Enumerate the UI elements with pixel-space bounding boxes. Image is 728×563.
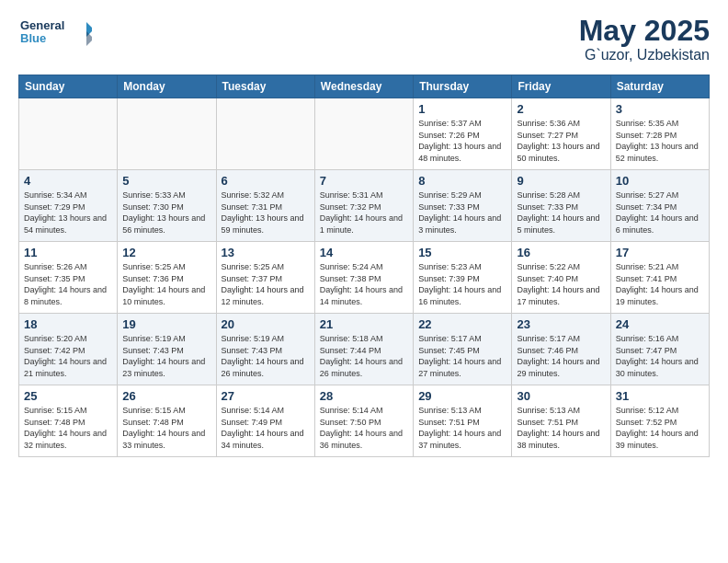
- day-cell-1-6: 10Sunrise: 5:27 AM Sunset: 7:34 PM Dayli…: [610, 170, 709, 242]
- day-cell-4-3: 28Sunrise: 5:14 AM Sunset: 7:50 PM Dayli…: [314, 385, 413, 457]
- header-sunday: Sunday: [19, 75, 118, 98]
- day-cell-4-6: 31Sunrise: 5:12 AM Sunset: 7:52 PM Dayli…: [610, 385, 709, 457]
- day-number: 22: [418, 317, 506, 331]
- day-cell-1-0: 4Sunrise: 5:34 AM Sunset: 7:29 PM Daylig…: [19, 170, 118, 242]
- day-info: Sunrise: 5:35 AM Sunset: 7:28 PM Dayligh…: [616, 118, 704, 164]
- day-info: Sunrise: 5:27 AM Sunset: 7:34 PM Dayligh…: [616, 190, 704, 236]
- day-cell-1-5: 9Sunrise: 5:28 AM Sunset: 7:33 PM Daylig…: [512, 170, 610, 242]
- day-info: Sunrise: 5:22 AM Sunset: 7:40 PM Dayligh…: [517, 261, 605, 307]
- day-info: Sunrise: 5:15 AM Sunset: 7:48 PM Dayligh…: [24, 405, 112, 451]
- day-number: 6: [222, 174, 310, 188]
- day-number: 11: [24, 246, 112, 259]
- week-row-1: 1Sunrise: 5:37 AM Sunset: 7:26 PM Daylig…: [19, 98, 710, 170]
- day-number: 29: [418, 389, 506, 403]
- header-thursday: Thursday: [414, 75, 512, 98]
- day-info: Sunrise: 5:25 AM Sunset: 7:37 PM Dayligh…: [222, 261, 310, 307]
- day-cell-1-3: 7Sunrise: 5:31 AM Sunset: 7:32 PM Daylig…: [314, 170, 413, 242]
- svg-text:General: General: [20, 18, 64, 32]
- day-number: 21: [320, 317, 408, 331]
- day-cell-2-0: 11Sunrise: 5:26 AM Sunset: 7:35 PM Dayli…: [19, 242, 118, 314]
- day-info: Sunrise: 5:28 AM Sunset: 7:33 PM Dayligh…: [517, 190, 605, 236]
- day-number: 8: [418, 174, 506, 188]
- day-info: Sunrise: 5:33 AM Sunset: 7:30 PM Dayligh…: [122, 190, 210, 236]
- day-info: Sunrise: 5:13 AM Sunset: 7:51 PM Dayligh…: [517, 405, 605, 451]
- day-cell-3-5: 23Sunrise: 5:17 AM Sunset: 7:46 PM Dayli…: [512, 314, 610, 385]
- day-cell-1-2: 6Sunrise: 5:32 AM Sunset: 7:31 PM Daylig…: [216, 170, 314, 242]
- header-wednesday: Wednesday: [314, 75, 413, 98]
- day-number: 18: [24, 317, 112, 331]
- day-number: 23: [517, 317, 605, 331]
- day-number: 17: [616, 246, 704, 259]
- day-cell-0-1: [118, 98, 216, 170]
- day-cell-0-5: 2Sunrise: 5:36 AM Sunset: 7:27 PM Daylig…: [512, 98, 610, 170]
- day-info: Sunrise: 5:13 AM Sunset: 7:51 PM Dayligh…: [418, 405, 506, 451]
- day-info: Sunrise: 5:19 AM Sunset: 7:43 PM Dayligh…: [222, 333, 310, 379]
- day-info: Sunrise: 5:12 AM Sunset: 7:52 PM Dayligh…: [616, 405, 704, 451]
- day-cell-0-2: [216, 98, 314, 170]
- day-cell-0-6: 3Sunrise: 5:35 AM Sunset: 7:28 PM Daylig…: [610, 98, 709, 170]
- day-number: 7: [320, 174, 408, 188]
- day-info: Sunrise: 5:17 AM Sunset: 7:46 PM Dayligh…: [517, 333, 605, 379]
- day-cell-3-6: 24Sunrise: 5:16 AM Sunset: 7:47 PM Dayli…: [610, 314, 709, 385]
- week-row-3: 11Sunrise: 5:26 AM Sunset: 7:35 PM Dayli…: [19, 242, 710, 314]
- title-area: May 2025 G`uzor, Uzbekistan: [579, 15, 710, 63]
- day-info: Sunrise: 5:23 AM Sunset: 7:39 PM Dayligh…: [418, 261, 506, 307]
- day-cell-4-5: 30Sunrise: 5:13 AM Sunset: 7:51 PM Dayli…: [512, 385, 610, 457]
- subtitle: G`uzor, Uzbekistan: [579, 47, 710, 63]
- day-info: Sunrise: 5:32 AM Sunset: 7:31 PM Dayligh…: [222, 190, 310, 236]
- day-number: 1: [418, 102, 506, 116]
- day-number: 25: [24, 389, 112, 403]
- day-number: 26: [122, 389, 210, 403]
- header: General Blue May 2025 G`uzor, Uzbekistan: [18, 15, 710, 63]
- day-number: 28: [320, 389, 408, 403]
- day-cell-2-1: 12Sunrise: 5:25 AM Sunset: 7:36 PM Dayli…: [118, 242, 216, 314]
- day-info: Sunrise: 5:18 AM Sunset: 7:44 PM Dayligh…: [320, 333, 408, 379]
- logo-icon: General Blue: [18, 15, 92, 52]
- day-info: Sunrise: 5:26 AM Sunset: 7:35 PM Dayligh…: [24, 261, 112, 307]
- week-row-4: 18Sunrise: 5:20 AM Sunset: 7:42 PM Dayli…: [19, 314, 710, 385]
- day-number: 27: [222, 389, 310, 403]
- day-info: Sunrise: 5:31 AM Sunset: 7:32 PM Dayligh…: [320, 190, 408, 236]
- logo: General Blue: [18, 15, 92, 52]
- day-cell-2-4: 15Sunrise: 5:23 AM Sunset: 7:39 PM Dayli…: [414, 242, 512, 314]
- day-number: 30: [517, 389, 605, 403]
- calendar: Sunday Monday Tuesday Wednesday Thursday…: [18, 75, 710, 457]
- day-info: Sunrise: 5:37 AM Sunset: 7:26 PM Dayligh…: [418, 118, 506, 164]
- day-cell-3-4: 22Sunrise: 5:17 AM Sunset: 7:45 PM Dayli…: [414, 314, 512, 385]
- day-cell-0-0: [19, 98, 118, 170]
- day-number: 9: [517, 174, 605, 188]
- day-cell-2-5: 16Sunrise: 5:22 AM Sunset: 7:40 PM Dayli…: [512, 242, 610, 314]
- day-info: Sunrise: 5:17 AM Sunset: 7:45 PM Dayligh…: [418, 333, 506, 379]
- day-info: Sunrise: 5:20 AM Sunset: 7:42 PM Dayligh…: [24, 333, 112, 379]
- day-cell-3-1: 19Sunrise: 5:19 AM Sunset: 7:43 PM Dayli…: [118, 314, 216, 385]
- day-info: Sunrise: 5:19 AM Sunset: 7:43 PM Dayligh…: [122, 333, 210, 379]
- day-cell-3-2: 20Sunrise: 5:19 AM Sunset: 7:43 PM Dayli…: [216, 314, 314, 385]
- day-cell-1-1: 5Sunrise: 5:33 AM Sunset: 7:30 PM Daylig…: [118, 170, 216, 242]
- day-number: 10: [616, 174, 704, 188]
- day-number: 12: [122, 246, 210, 259]
- day-number: 31: [616, 389, 704, 403]
- weekday-header-row: Sunday Monday Tuesday Wednesday Thursday…: [19, 75, 710, 98]
- day-cell-1-4: 8Sunrise: 5:29 AM Sunset: 7:33 PM Daylig…: [414, 170, 512, 242]
- day-number: 13: [222, 246, 310, 259]
- day-number: 5: [122, 174, 210, 188]
- main-title: May 2025: [579, 15, 710, 47]
- day-info: Sunrise: 5:34 AM Sunset: 7:29 PM Dayligh…: [24, 190, 112, 236]
- day-cell-4-0: 25Sunrise: 5:15 AM Sunset: 7:48 PM Dayli…: [19, 385, 118, 457]
- day-cell-4-2: 27Sunrise: 5:14 AM Sunset: 7:49 PM Dayli…: [216, 385, 314, 457]
- day-number: 24: [616, 317, 704, 331]
- week-row-2: 4Sunrise: 5:34 AM Sunset: 7:29 PM Daylig…: [19, 170, 710, 242]
- day-info: Sunrise: 5:36 AM Sunset: 7:27 PM Dayligh…: [517, 118, 605, 164]
- day-info: Sunrise: 5:16 AM Sunset: 7:47 PM Dayligh…: [616, 333, 704, 379]
- day-number: 20: [222, 317, 310, 331]
- day-cell-2-6: 17Sunrise: 5:21 AM Sunset: 7:41 PM Dayli…: [610, 242, 709, 314]
- day-number: 19: [122, 317, 210, 331]
- day-info: Sunrise: 5:24 AM Sunset: 7:38 PM Dayligh…: [320, 261, 408, 307]
- day-cell-4-1: 26Sunrise: 5:15 AM Sunset: 7:48 PM Dayli…: [118, 385, 216, 457]
- day-cell-2-2: 13Sunrise: 5:25 AM Sunset: 7:37 PM Dayli…: [216, 242, 314, 314]
- header-tuesday: Tuesday: [216, 75, 314, 98]
- day-number: 4: [24, 174, 112, 188]
- header-saturday: Saturday: [610, 75, 709, 98]
- day-cell-0-4: 1Sunrise: 5:37 AM Sunset: 7:26 PM Daylig…: [414, 98, 512, 170]
- day-cell-3-0: 18Sunrise: 5:20 AM Sunset: 7:42 PM Dayli…: [19, 314, 118, 385]
